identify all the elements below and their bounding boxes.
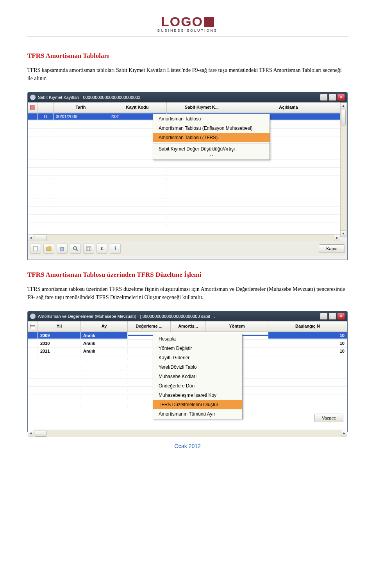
cm-item-enflasyon[interactable]: Amortisman Tablosu (Enflasyon Muhasebesi… — [153, 124, 270, 133]
cell-ay: Aralık — [81, 340, 128, 346]
svg-rect-2 — [60, 247, 64, 247]
col-sabitkiymet[interactable]: Sabit Kıymet K... — [167, 102, 237, 113]
table-icon — [30, 324, 35, 329]
window-amortisman-degerlemeler: Amortisman ve Değerlemeler (Muhasebe Mev… — [27, 311, 348, 432]
cm-item-tfrs[interactable]: Amortisman Tablosu (TFRS) — [153, 133, 270, 142]
cm-item-yontem-degistir[interactable]: Yöntem Değiştir — [153, 344, 242, 353]
scroll-thumb-h[interactable] — [35, 430, 46, 437]
cm-item-amortisman-tumunu-ayir[interactable]: Amortismanın Tümünü Ayır — [153, 409, 242, 419]
divider — [27, 36, 348, 36]
scroll-left[interactable]: ◄ — [28, 235, 34, 241]
cell-tarih: 30/01/2009 — [54, 113, 108, 120]
col-icon[interactable] — [28, 102, 38, 113]
titlebar[interactable]: Sabit Kıymet Kayıtları - 000000000000000… — [28, 92, 347, 102]
section1-paragraph: TFRS kapsamında amortisman tabloları Sab… — [27, 66, 348, 82]
cell-flag: D — [38, 113, 54, 120]
cm-item-amortisman-tablosu[interactable]: Amortisman Tablosu — [153, 114, 270, 124]
context-menu[interactable]: Hesapla Yöntem Değiştir Kayıtlı Giderler… — [153, 334, 243, 419]
cell-yil: 2009 — [38, 332, 81, 339]
col-tarih[interactable]: Tarih — [54, 102, 108, 113]
h-scrollbar[interactable]: ◄ ► — [28, 430, 347, 437]
vazgec-button[interactable]: Vazgeç — [314, 414, 343, 422]
scroll-thumb-v[interactable] — [341, 110, 346, 125]
cell-yil: 2011 — [38, 348, 81, 354]
grid-header: Yıl Ay Değerleme ... Amortis... Yöntem B… — [28, 321, 347, 332]
svg-point-3 — [73, 247, 77, 250]
close-panel-button[interactable]: Kapat — [319, 244, 345, 253]
target-icon — [30, 105, 35, 110]
cell-bas: 10 — [268, 340, 347, 346]
section1-title: TFRS Amortisman Tabloları — [27, 52, 348, 60]
window-title: Sabit Kıymet Kayıtları - 000000000000000… — [38, 95, 318, 100]
logo-text: LOGO — [157, 16, 218, 28]
cm-item-tfrs-duzeltme[interactable]: TFRS Düzeltmelerini Oluştur — [153, 400, 242, 409]
cell-ay: Aralık — [81, 332, 128, 339]
section2-title: TFRS Amortisman Tablosu üzerinden TFRS D… — [27, 271, 348, 279]
minimize-button[interactable]: – — [320, 313, 328, 320]
scroll-down[interactable]: ▼ — [341, 230, 346, 237]
app-icon — [30, 314, 36, 319]
cell-yil: 2010 — [38, 340, 81, 346]
footer-date: Ocak 2012 — [27, 443, 348, 449]
svg-rect-1 — [61, 247, 64, 251]
info-button[interactable]: i — [110, 244, 121, 254]
open-button[interactable] — [43, 244, 54, 254]
cm-item-ondegerlere-don[interactable]: Öndeğerlere Dön — [153, 381, 242, 391]
bottom-toolbar: Σ i Kapat — [28, 241, 347, 256]
cell-ay: Aralık — [81, 348, 128, 354]
scroll-right[interactable]: ► — [334, 235, 340, 241]
col-yontem[interactable]: Yöntem — [206, 321, 268, 332]
scroll-left[interactable]: ◄ — [28, 430, 34, 437]
sum-button[interactable]: Σ — [96, 244, 107, 254]
cm-item-deger[interactable]: Sabit Kıymet Değer Düşüklüğü/Artışı — [153, 144, 270, 154]
svg-line-4 — [76, 249, 78, 251]
v-scrollbar[interactable]: ▲ ▼ — [340, 102, 346, 237]
col-amortis[interactable]: Amortis... — [171, 321, 206, 332]
cm-item-muhasebe-kodlari[interactable]: Muhasebe Kodları — [153, 372, 242, 381]
col-yil[interactable]: Yıl — [38, 321, 81, 332]
col-flag[interactable] — [38, 102, 54, 113]
logo-block: LOGO BUSINESS SOLUTIONS — [27, 16, 348, 33]
scroll-up[interactable]: ▲ — [341, 103, 346, 109]
close-button[interactable]: ✕ — [337, 313, 345, 320]
scroll-right[interactable]: ► — [341, 430, 347, 437]
logo-subtitle: BUSINESS SOLUTIONS — [157, 29, 218, 32]
maximize-button[interactable]: □ — [329, 94, 336, 101]
cm-item-yerel-dovizli[interactable]: Yerel/Dövizli Tablo — [153, 362, 242, 372]
scroll-thumb-h[interactable] — [35, 235, 46, 241]
window-title: Amortisman ve Değerlemeler (Muhasebe Mev… — [38, 314, 318, 319]
cell-bas: 10 — [268, 332, 347, 339]
minimize-button[interactable]: – — [320, 94, 328, 101]
logo: LOGO BUSINESS SOLUTIONS — [157, 16, 218, 32]
col-icon[interactable] — [28, 321, 38, 332]
cm-more[interactable]: ˅˅ — [153, 154, 270, 160]
col-ay[interactable]: Ay — [81, 321, 128, 332]
table-button[interactable] — [83, 244, 94, 254]
new-button[interactable] — [30, 244, 41, 254]
sigma-icon: Σ — [100, 246, 103, 251]
info-icon: i — [114, 246, 116, 252]
cm-item-kayitli-giderler[interactable]: Kayıtlı Giderler — [153, 353, 242, 362]
search-button[interactable] — [70, 244, 81, 254]
svg-rect-5 — [86, 247, 91, 251]
section2-paragraph: TFRS amortisman tablosu üzerinden TFRS d… — [27, 285, 348, 301]
cm-item-hesapla[interactable]: Hesapla — [153, 334, 242, 344]
delete-button[interactable] — [57, 244, 68, 254]
close-button[interactable]: ✕ — [337, 94, 345, 101]
grid-header: Tarih Kayıt Kodu Sabit Kıymet K... Açıkl… — [28, 102, 340, 113]
titlebar[interactable]: Amortisman ve Değerlemeler (Muhasebe Mev… — [28, 311, 347, 321]
context-menu[interactable]: Amortisman Tablosu Amortisman Tablosu (E… — [153, 114, 270, 160]
col-kayitkodu[interactable]: Kayıt Kodu — [108, 102, 167, 113]
window-sabit-kiymet: Sabit Kıymet Kayıtları - 000000000000000… — [27, 92, 348, 260]
col-aciklama[interactable]: Açıklama — [237, 102, 340, 113]
col-baslangic[interactable]: Başlangıç N — [268, 321, 347, 332]
cm-item-muhasebelestirme-isareti[interactable]: Muhasebeleşme İşareti Koy — [153, 391, 242, 400]
app-icon — [30, 95, 36, 100]
col-degerleme[interactable]: Değerleme ... — [128, 321, 171, 332]
cm-separator — [153, 143, 270, 143]
h-scrollbar[interactable]: ◄ ► — [28, 234, 340, 241]
maximize-button[interactable]: □ — [329, 313, 336, 320]
cell-bas: 10 — [268, 348, 347, 354]
